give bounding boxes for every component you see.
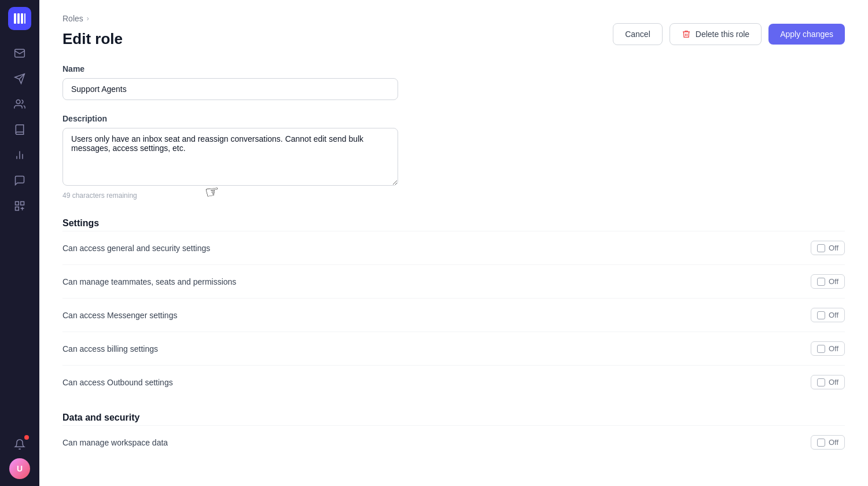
notification-dot	[24, 435, 29, 440]
header-actions: Cancel Delete this role Apply changes	[613, 23, 845, 45]
toggle-outbound[interactable]: Off	[811, 375, 845, 389]
toggle-general-security[interactable]: Off	[811, 241, 845, 255]
sidebar: U	[0, 0, 39, 486]
compose-icon[interactable]	[8, 67, 31, 90]
apps-icon[interactable]	[8, 194, 31, 218]
contacts-icon[interactable]	[8, 93, 31, 116]
toggle-checkbox	[817, 244, 825, 252]
trash-icon	[682, 30, 691, 39]
toggle-label: Off	[829, 438, 838, 447]
permission-row-1: Can access general and security settings…	[62, 231, 845, 264]
svg-point-6	[16, 100, 20, 104]
toggle-label: Off	[829, 378, 838, 386]
svg-rect-3	[24, 13, 25, 24]
permission-row-4: Can access billing settings Off	[62, 332, 845, 365]
main-content: Cancel Delete this role Apply changes Ro…	[39, 0, 868, 486]
toggle-checkbox	[817, 439, 825, 447]
bell-icon[interactable]	[8, 433, 31, 456]
toggle-checkbox	[817, 378, 825, 386]
svg-rect-10	[16, 202, 19, 205]
cancel-button[interactable]: Cancel	[613, 23, 663, 45]
permission-row-5: Can access Outbound settings Off	[62, 365, 845, 399]
settings-section-heading: Settings	[62, 218, 845, 229]
svg-rect-12	[16, 207, 19, 211]
apply-changes-button[interactable]: Apply changes	[768, 24, 845, 45]
app-logo[interactable]	[8, 7, 31, 30]
toggle-checkbox	[817, 311, 825, 319]
description-label: Description	[62, 114, 845, 123]
toggle-workspace-data[interactable]: Off	[811, 435, 845, 450]
toggle-billing[interactable]: Off	[811, 341, 845, 356]
toggle-label: Off	[829, 344, 838, 353]
data-security-section-heading: Data and security	[62, 413, 845, 423]
reports-icon[interactable]	[8, 143, 31, 167]
toggle-label: Off	[829, 244, 838, 252]
permission-row-3: Can access Messenger settings Off	[62, 298, 845, 332]
name-label: Name	[62, 64, 845, 73]
svg-rect-11	[21, 202, 24, 205]
char-remaining: 49 characters remaining	[62, 192, 845, 200]
breadcrumb: Roles ›	[62, 14, 845, 23]
svg-rect-0	[14, 13, 16, 24]
permission-row-2: Can manage teammates, seats and permissi…	[62, 264, 845, 298]
delete-role-button[interactable]: Delete this role	[670, 23, 762, 45]
name-input[interactable]	[62, 78, 398, 100]
toggle-checkbox	[817, 278, 825, 286]
toggle-label: Off	[829, 277, 838, 286]
svg-rect-2	[21, 13, 23, 24]
avatar[interactable]: U	[9, 458, 30, 479]
breadcrumb-separator: ›	[87, 14, 89, 23]
description-textarea[interactable]: Users only have an inbox seat and reassi…	[62, 128, 398, 186]
toggle-checkbox	[817, 345, 825, 353]
svg-rect-1	[17, 13, 20, 24]
inbox-icon[interactable]	[8, 42, 31, 65]
toggle-teammates[interactable]: Off	[811, 274, 845, 289]
toggle-messenger[interactable]: Off	[811, 308, 845, 322]
toggle-label: Off	[829, 311, 838, 319]
permission-row-workspace-data: Can manage workspace data Off	[62, 425, 845, 459]
knowledge-icon[interactable]	[8, 118, 31, 141]
breadcrumb-roles-link[interactable]: Roles	[62, 14, 83, 23]
messages-icon[interactable]	[8, 169, 31, 192]
